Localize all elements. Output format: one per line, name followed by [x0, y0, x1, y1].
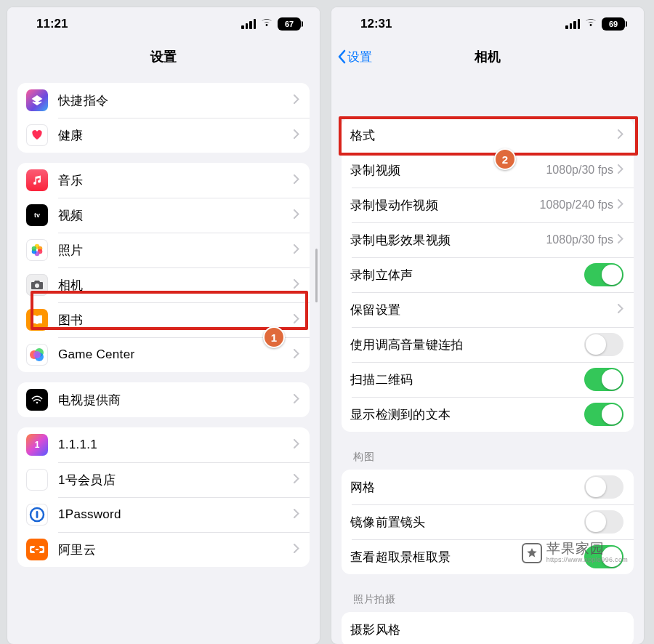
switch-detected-text[interactable] [584, 403, 623, 426]
app-1111-icon: 1 [26, 434, 48, 456]
switch-view-outside-frame[interactable] [584, 545, 623, 568]
row-label: 扫描二维码 [350, 371, 584, 388]
settings-scroll[interactable]: 快捷指令 健康 音乐 [7, 73, 320, 644]
row-shortcuts[interactable]: 快捷指令 [17, 83, 310, 118]
chevron-right-icon [294, 543, 299, 556]
row-record-cinematic[interactable]: 录制电影效果视频 1080p/30 fps [342, 222, 634, 257]
row-health[interactable]: 健康 [17, 118, 310, 153]
camera-group-capture: 摄影风格 [342, 612, 634, 644]
annotation-badge-1: 1 [263, 326, 285, 348]
row-detected-text[interactable]: 显示检测到的文本 [342, 397, 634, 432]
row-label: 相机 [58, 277, 294, 294]
annotation-badge-2: 2 [494, 148, 516, 170]
chevron-right-icon [618, 198, 623, 212]
status-bar: 12:31 69 [331, 7, 644, 41]
row-value: 1080p/30 fps [546, 233, 613, 246]
chevron-right-icon [294, 94, 299, 107]
switch-record-stereo[interactable] [584, 263, 623, 286]
row-formats[interactable]: 格式 [342, 118, 634, 153]
row-preserve-settings[interactable]: 保留设置 [342, 292, 634, 327]
svg-rect-13 [36, 511, 39, 518]
row-label: 使用调高音量键连拍 [350, 337, 584, 353]
row-label: 照片 [58, 242, 294, 259]
row-label: 1号会员店 [58, 472, 294, 488]
row-label: 显示检测到的文本 [350, 406, 584, 423]
battery-icon: 67 [278, 17, 301, 31]
section-composition: 构图 [353, 451, 622, 464]
status-bar: 11:21 67 [7, 7, 320, 41]
row-label: 阿里云 [58, 542, 294, 558]
comparison-stage: 11:21 67 设置 快捷指令 [0, 0, 654, 644]
camera-icon [26, 274, 48, 296]
chevron-right-icon [294, 438, 299, 451]
back-label: 设置 [347, 49, 372, 65]
row-label: 健康 [58, 127, 294, 144]
chevron-right-icon [294, 348, 299, 361]
chevron-right-icon [294, 473, 299, 486]
app-1hao-icon: 1 [26, 469, 48, 491]
settings-group-1: 快捷指令 健康 [17, 83, 310, 153]
row-camera[interactable]: 相机 [17, 267, 310, 302]
cellular-icon [241, 19, 256, 29]
switch-mirror-front[interactable] [584, 510, 623, 534]
chevron-right-icon [294, 129, 299, 142]
row-label: 快捷指令 [58, 92, 294, 109]
row-aliyun[interactable]: 阿里云 [17, 532, 310, 567]
camera-scroll[interactable]: 格式 录制视频 1080p/30 fps 录制慢动作视频 1080p/240 f… [331, 73, 644, 644]
row-view-outside-frame[interactable]: 查看超取景框取景 [342, 539, 634, 574]
row-photos[interactable]: 照片 [17, 233, 310, 267]
row-label: 录制视频 [350, 162, 546, 179]
switch-scan-qr[interactable] [584, 368, 623, 391]
row-label: Game Center [58, 347, 294, 362]
chevron-right-icon [294, 508, 299, 521]
status-time: 11:21 [36, 17, 68, 31]
row-volume-burst[interactable]: 使用调高音量键连拍 [342, 327, 634, 362]
row-tv[interactable]: tv 视频 [17, 198, 310, 233]
nav-bar: 设置 相机 [331, 41, 644, 73]
row-label: 查看超取景框取景 [350, 549, 584, 565]
row-1hao[interactable]: 1 1号会员店 [17, 462, 310, 497]
row-music[interactable]: 音乐 [17, 163, 310, 198]
battery-icon: 69 [602, 17, 625, 31]
scroll-indicator [315, 249, 318, 302]
wifi-icon [260, 17, 273, 31]
row-label: 录制电影效果视频 [350, 232, 546, 249]
row-scan-qr[interactable]: 扫描二维码 [342, 362, 634, 397]
chevron-right-icon [618, 303, 623, 316]
cellular-icon [565, 19, 580, 29]
switch-grid[interactable] [584, 475, 623, 499]
svg-point-11 [36, 402, 39, 404]
row-label: 格式 [350, 127, 618, 144]
row-record-slomo[interactable]: 录制慢动作视频 1080p/240 fps [342, 188, 634, 222]
row-label: 视频 [58, 207, 294, 224]
game-center-icon [26, 344, 48, 366]
row-1password[interactable]: 1Password [17, 497, 310, 532]
status-time: 12:31 [360, 17, 392, 31]
tv-icon: tv [26, 204, 48, 226]
shortcuts-icon [26, 89, 48, 111]
row-record-video[interactable]: 录制视频 1080p/30 fps [342, 153, 634, 188]
row-label: 录制慢动作视频 [350, 197, 540, 214]
svg-point-6 [35, 283, 39, 288]
page-title: 设置 [150, 48, 177, 65]
row-record-stereo[interactable]: 录制立体声 [342, 257, 634, 292]
chevron-right-icon [294, 278, 299, 291]
switch-volume-burst[interactable] [584, 333, 623, 356]
row-photo-styles[interactable]: 摄影风格 [342, 612, 634, 644]
books-icon [26, 309, 48, 331]
row-value: 1080p/240 fps [540, 198, 613, 212]
row-grid[interactable]: 网格 [342, 470, 634, 504]
app-aliyun-icon [26, 539, 48, 560]
chevron-right-icon [294, 313, 299, 326]
chevron-right-icon [294, 174, 299, 187]
row-mirror-front[interactable]: 镜像前置镜头 [342, 504, 634, 539]
row-label: 1.1.1.1 [58, 438, 294, 452]
svg-point-5 [32, 246, 37, 251]
settings-group-4: 1 1.1.1.1 1 1号会员店 1Password [17, 427, 310, 567]
row-label: 图书 [58, 312, 294, 329]
row-tv-provider[interactable]: 电视提供商 [17, 382, 310, 417]
back-button[interactable]: 设置 [337, 41, 372, 73]
row-1111[interactable]: 1 1.1.1.1 [17, 427, 310, 462]
section-capture: 照片拍摄 [353, 593, 622, 606]
chevron-right-icon [294, 243, 299, 257]
